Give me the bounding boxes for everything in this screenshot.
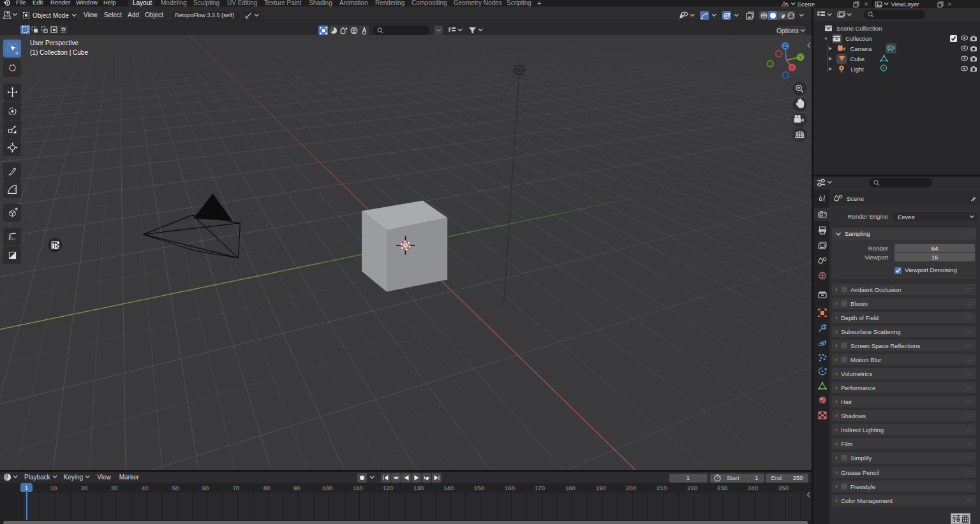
svg-text:X: X	[791, 64, 794, 71]
svg-text:Z: Z	[783, 43, 787, 49]
svg-text:Y: Y	[799, 54, 803, 61]
